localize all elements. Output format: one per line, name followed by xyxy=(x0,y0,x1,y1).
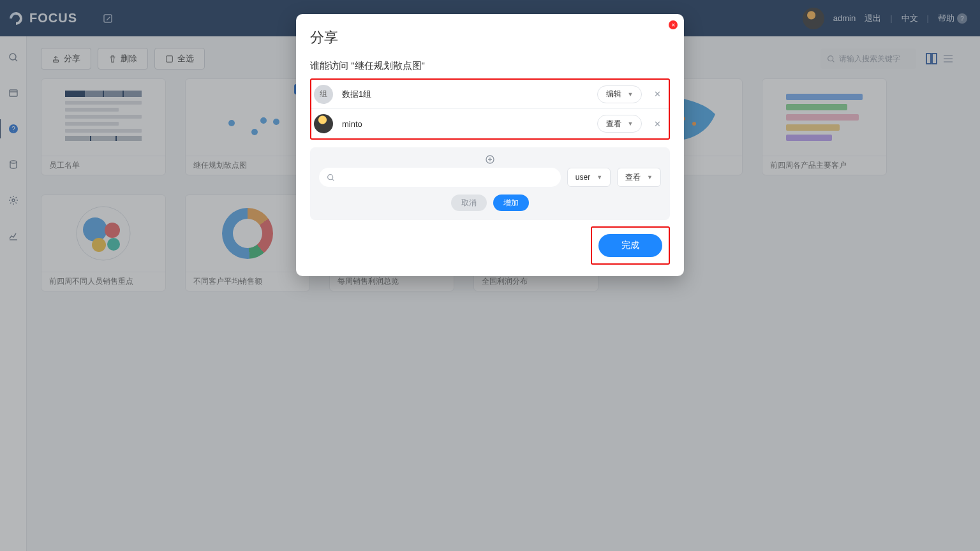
chevron-down-icon: ▼ xyxy=(628,91,634,98)
add-perm-select[interactable]: 查看▼ xyxy=(617,168,661,187)
add-cancel-button[interactable]: 取消 xyxy=(451,195,487,211)
permission-select[interactable]: 查看▼ xyxy=(597,115,642,133)
search-icon xyxy=(327,173,335,182)
group-avatar-icon: 组 xyxy=(314,85,333,104)
done-highlight: 完成 xyxy=(591,226,670,265)
add-confirm-button[interactable]: 增加 xyxy=(493,195,529,211)
share-row-name: 数据1组 xyxy=(342,89,588,100)
chevron-down-icon: ▼ xyxy=(628,121,634,127)
share-row: 组 数据1组 编辑▼ ✕ xyxy=(311,80,669,109)
add-share-panel: user▼ 查看▼ 取消 增加 xyxy=(310,147,670,220)
share-row: minto 查看▼ ✕ xyxy=(311,109,669,138)
share-row-name: minto xyxy=(342,119,588,129)
add-type-select[interactable]: user▼ xyxy=(567,168,611,187)
add-search-input[interactable] xyxy=(319,168,561,187)
chevron-down-icon: ▼ xyxy=(647,174,653,180)
remove-share-button[interactable]: ✕ xyxy=(651,119,664,129)
modal-title: 分享 xyxy=(310,28,670,47)
done-button[interactable]: 完成 xyxy=(598,234,662,257)
share-list-highlight: 组 数据1组 编辑▼ ✕ minto 查看▼ ✕ xyxy=(310,78,670,140)
svg-point-17 xyxy=(328,174,333,179)
add-icon[interactable] xyxy=(319,155,661,164)
chevron-down-icon: ▼ xyxy=(597,174,602,180)
remove-share-button[interactable]: ✕ xyxy=(651,89,664,99)
modal-close-button[interactable]: ✕ xyxy=(669,20,678,29)
modal-subtitle: 谁能访问 "继任规划散点图" xyxy=(310,60,670,72)
permission-select[interactable]: 编辑▼ xyxy=(597,85,642,103)
user-avatar-icon xyxy=(314,114,333,133)
share-modal: ✕ 分享 谁能访问 "继任规划散点图" 组 数据1组 编辑▼ ✕ minto 查… xyxy=(296,14,684,276)
